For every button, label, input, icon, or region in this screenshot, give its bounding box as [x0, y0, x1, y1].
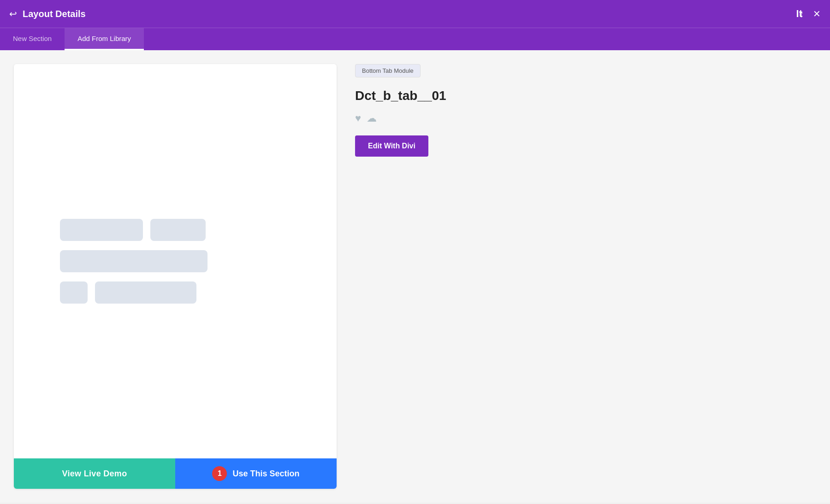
cloud-icon[interactable]: ☁: [367, 112, 377, 124]
preview-row-3: [60, 281, 196, 304]
header-title: Layout Details: [23, 9, 799, 19]
layout-name: Dct_b_tab__01: [355, 88, 816, 103]
tab-bar: New Section Add From Library: [0, 28, 830, 50]
view-live-demo-button[interactable]: View Live Demo: [14, 458, 175, 489]
header-actions: ↕ ✕: [799, 8, 821, 19]
preview-row-2: [60, 250, 208, 272]
main-content: View Live Demo 1 Use This Section Bottom…: [0, 50, 830, 503]
placeholder-block-3: [60, 250, 208, 272]
edit-with-divi-button[interactable]: Edit With Divi: [355, 135, 428, 157]
placeholder-block-4: [60, 281, 88, 304]
preview-row-1: [60, 219, 206, 241]
use-section-label: Use This Section: [232, 469, 299, 479]
close-icon[interactable]: ✕: [813, 8, 821, 19]
tab-add-from-library[interactable]: Add From Library: [65, 28, 144, 50]
use-this-section-button[interactable]: 1 Use This Section: [175, 458, 337, 489]
preview-buttons: View Live Demo 1 Use This Section: [14, 458, 337, 489]
it-label: It: [796, 0, 802, 28]
back-icon[interactable]: ↩: [9, 8, 17, 19]
placeholder-block-2: [150, 219, 206, 241]
app-header: ↩ Layout Details ↕ ✕ It: [0, 0, 830, 28]
tab-new-section[interactable]: New Section: [0, 28, 65, 50]
module-badge: Bottom Tab Module: [355, 64, 421, 77]
preview-panel: View Live Demo 1 Use This Section: [14, 64, 337, 489]
placeholder-block-1: [60, 219, 143, 241]
preview-content: [14, 64, 337, 458]
use-section-badge: 1: [212, 466, 227, 481]
heart-icon[interactable]: ♥: [355, 112, 361, 124]
placeholder-block-5: [95, 281, 196, 304]
icon-row: ♥ ☁: [355, 112, 816, 124]
details-panel: Bottom Tab Module Dct_b_tab__01 ♥ ☁ Edit…: [355, 64, 816, 489]
